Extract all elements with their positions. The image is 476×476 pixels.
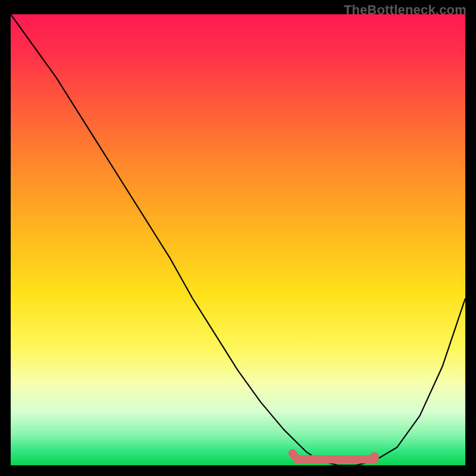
chart-svg bbox=[11, 14, 465, 465]
plot-area bbox=[11, 14, 465, 465]
highlight-dot bbox=[369, 452, 379, 462]
chart-stage: TheBottleneck.com bbox=[0, 0, 476, 476]
curve-line bbox=[11, 14, 465, 465]
highlight-segment bbox=[293, 453, 375, 459]
watermark-text: TheBottleneck.com bbox=[344, 2, 466, 18]
